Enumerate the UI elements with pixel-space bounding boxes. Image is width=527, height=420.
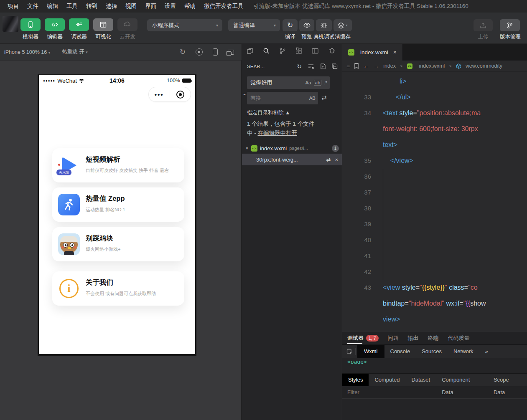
source-control-icon[interactable] <box>279 47 286 55</box>
device-selector[interactable]: iPhone 5 100% 16 ▾ <box>4 49 50 55</box>
hot-reload-toggle[interactable]: 热重载 开 ▾ <box>62 48 88 56</box>
search-file-row[interactable]: ▼ <> index.wxml pages\i... 1 <box>242 143 342 154</box>
debugger-button[interactable] <box>69 18 89 31</box>
detach-window-icon[interactable] <box>228 50 234 55</box>
replace-all-icon[interactable]: ⇄ <box>321 94 327 101</box>
clear-results-icon[interactable] <box>308 63 314 69</box>
devtools-tab-2[interactable]: Sources <box>416 345 448 358</box>
editor-button[interactable] <box>45 18 65 31</box>
styles-tab-1[interactable]: Computed <box>369 374 405 386</box>
open-in-editor-link[interactable]: 在编辑器中打开 <box>258 130 298 136</box>
debugger-tab-1[interactable]: 问题 <box>388 332 399 345</box>
card-subtitle: 不会使用 或有问题可点我获取帮助 <box>86 291 156 297</box>
simulator-button[interactable] <box>20 18 41 31</box>
styles-tab-3[interactable]: Component Data <box>436 374 488 386</box>
preserve-case-toggle[interactable]: AB <box>309 96 316 101</box>
breadcrumb-index[interactable]: index <box>383 63 396 69</box>
editor-toggle[interactable]: 编辑器 <box>43 18 67 40</box>
user-avatar[interactable] <box>3 16 18 32</box>
line-number <box>342 311 383 327</box>
outline-icon[interactable]: ≡ <box>346 63 350 69</box>
line-number: 37 <box>342 185 383 200</box>
expand-caret-icon[interactable]: ▼ <box>245 147 249 150</box>
replace-match-icon[interactable]: ⇄ <box>326 157 331 163</box>
search-result-row[interactable]: 30rpx;font-weig... ⇄ × <box>242 154 342 165</box>
debugger-tab-3[interactable]: 终端 <box>428 332 439 345</box>
compile-button[interactable]: ↻ <box>283 19 298 31</box>
menu-item-4[interactable]: 工具 <box>62 3 82 10</box>
visual-button[interactable] <box>93 18 113 31</box>
card-zepp[interactable]: 热量值 Zepp 运动热量 排名NO.1 <box>52 187 184 222</box>
breadcrumb-symbol[interactable]: view.commodity <box>466 63 502 69</box>
regex-toggle[interactable]: .* <box>324 80 327 85</box>
editor-layout-icon[interactable] <box>311 47 319 55</box>
refresh-search-icon[interactable]: ↻ <box>297 63 302 70</box>
devtools-tab-1[interactable]: Console <box>384 345 416 358</box>
tab-index-wxml[interactable]: <> index.wxml × <box>342 44 403 61</box>
card-game[interactable]: 别踩鸡块 爆火网络小游戏+ <box>52 227 184 261</box>
device-debug-button[interactable] <box>316 19 332 31</box>
match-case-toggle[interactable]: Aa <box>305 80 311 85</box>
teapot-icon[interactable] <box>328 47 336 55</box>
toggle-replace-icon[interactable]: ⌄ <box>242 91 247 96</box>
menu-item-5[interactable]: 转到 <box>82 3 102 10</box>
visual-label: 可视化 <box>91 33 115 40</box>
wxml-tree[interactable]: <page> <box>342 358 527 364</box>
bookmark-icon[interactable] <box>354 63 359 69</box>
mode-select[interactable]: 小程序模式 ▾ <box>147 19 222 31</box>
preview-button[interactable] <box>299 19 314 31</box>
breadcrumb-file[interactable]: index.wxml <box>419 63 445 69</box>
debugger-tab-2[interactable]: 输出 <box>408 332 419 345</box>
replace-input[interactable]: 替换 AB <box>247 92 318 104</box>
search-input[interactable]: 觉得好用 Aa ab .* <box>247 76 330 89</box>
explorer-icon[interactable] <box>246 47 254 55</box>
menu-item-8[interactable]: 界面 <box>141 3 160 10</box>
restart-icon[interactable]: ↻ <box>180 48 186 56</box>
extensions-icon[interactable] <box>295 47 303 55</box>
runner-icon <box>58 194 80 215</box>
debugger-tab-0[interactable]: 调试器1, 7 <box>347 332 379 345</box>
devtools-tab-4[interactable]: » <box>479 345 494 358</box>
chevron-down-icon: ▾ <box>48 51 51 55</box>
code-area[interactable]: li>33 </ul>34<text style="position:absol… <box>342 72 527 332</box>
menu-item-2[interactable]: 文件 <box>23 3 43 10</box>
menu-item-6[interactable]: 选择 <box>102 3 121 10</box>
card-about[interactable]: i 关于我们 不会使用 或有问题可点我获取帮助 <box>52 271 184 306</box>
debugger-toggle[interactable]: 调试器 <box>67 18 91 40</box>
wxml-page-node[interactable]: <page> <box>347 358 527 364</box>
code-text <box>383 216 527 232</box>
compile-mode-select[interactable]: 普通编译 ▾ <box>228 19 280 31</box>
card-video-parse[interactable]: 去水印 短视频解析 目前仅可皮皮虾 皮皮搞笑 快手 抖音 最右 <box>52 148 184 182</box>
menu-item-3[interactable]: 编辑 <box>43 3 62 10</box>
open-search-editor-icon[interactable] <box>320 63 326 69</box>
devtools-tab-0[interactable]: Wxml <box>357 345 384 358</box>
back-icon[interactable]: ← <box>363 63 369 69</box>
devtools-tab-3[interactable]: Network <box>448 345 479 358</box>
menu-item-9[interactable]: 设置 <box>160 3 180 10</box>
styles-tab-4[interactable]: Scope Data <box>488 374 527 386</box>
version-button[interactable] <box>500 19 520 31</box>
close-tab-icon[interactable]: × <box>393 49 397 56</box>
more-menu-button[interactable]: ••• <box>149 91 170 98</box>
whole-word-toggle[interactable]: ab <box>314 80 322 86</box>
menu-item-11[interactable]: 微信开发者工具 <box>200 3 248 10</box>
forward-icon[interactable]: → <box>373 63 379 69</box>
debugger-tab-4[interactable]: 代码质量 <box>448 332 470 345</box>
search-icon[interactable] <box>262 47 270 55</box>
menu-item-10[interactable]: 帮助 <box>180 3 200 10</box>
styles-tab-2[interactable]: Dataset <box>405 374 436 386</box>
clear-cache-button[interactable]: ▾ <box>334 19 352 31</box>
inspect-element-icon[interactable] <box>346 349 353 355</box>
exit-button[interactable] <box>170 91 191 99</box>
simulator-toggle[interactable]: 模拟器 <box>18 18 43 40</box>
dismiss-match-icon[interactable]: × <box>335 157 338 163</box>
menu-item-1[interactable]: 项目 <box>3 3 23 10</box>
search-panel: SEAR... ↻ 觉得好用 Aa ab .* ⌄ 替换 AB ⇄ 指定目录和排… <box>242 44 342 420</box>
stop-icon[interactable] <box>196 48 203 56</box>
menu-item-7[interactable]: 视图 <box>121 3 141 10</box>
search-dirs-toggle[interactable]: 指定目录和排除 ▲ <box>247 109 290 116</box>
visual-toggle[interactable]: 可视化 <box>91 18 115 40</box>
collapse-all-icon[interactable] <box>332 63 338 69</box>
styles-tab-0[interactable]: Styles <box>342 374 369 386</box>
device-frame-icon[interactable] <box>213 48 218 56</box>
